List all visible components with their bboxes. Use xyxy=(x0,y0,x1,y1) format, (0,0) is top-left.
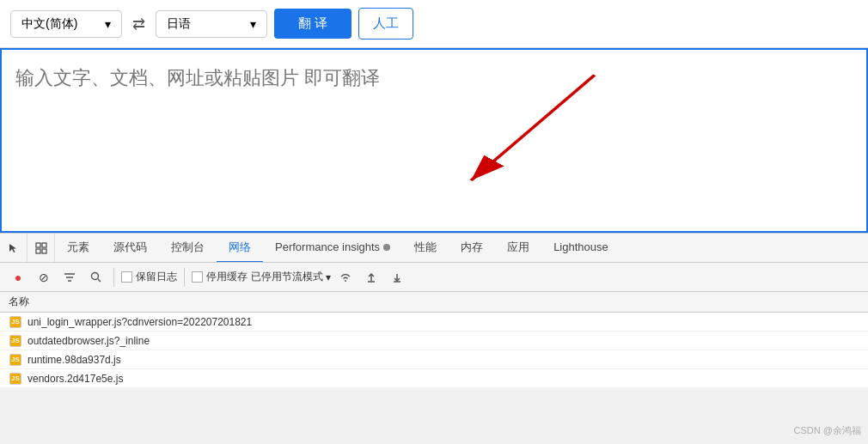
tab-lighthouse[interactable]: Lighthouse xyxy=(541,233,620,263)
manual-translate-button[interactable]: 人工 xyxy=(358,8,413,40)
search-icon xyxy=(90,271,101,283)
name-column-header: 名称 xyxy=(0,292,868,313)
toolbar-separator-2 xyxy=(184,268,185,287)
svg-rect-3 xyxy=(42,243,46,247)
table-row[interactable]: JS runtime.98da937d.js xyxy=(0,350,868,369)
tab-performance-insights[interactable]: Performance insights xyxy=(263,233,402,263)
svg-rect-5 xyxy=(42,249,46,253)
file-type-icon: JS xyxy=(9,334,22,348)
cursor-icon-btn[interactable] xyxy=(0,233,28,263)
preserve-log-label[interactable]: 保留日志 xyxy=(121,270,177,284)
file-list: JS uni_login_wrapper.js?cdnversion=20220… xyxy=(0,313,868,388)
upload-icon xyxy=(366,271,376,283)
throttle-select[interactable]: 已停用节流模式 ▾ xyxy=(251,270,331,284)
filter-button[interactable] xyxy=(58,266,81,289)
file-name: uni_login_wrapper.js?cdnversion=20220720… xyxy=(28,316,252,328)
tab-sources[interactable]: 源代码 xyxy=(101,233,159,263)
swap-languages-button[interactable]: ⇄ xyxy=(129,11,149,37)
wifi-icon-btn[interactable] xyxy=(334,266,357,289)
svg-point-9 xyxy=(91,273,98,280)
target-lang-chevron: ▾ xyxy=(250,17,256,31)
cursor-icon xyxy=(8,242,20,254)
record-button[interactable]: ● xyxy=(7,266,29,289)
download-icon-btn[interactable] xyxy=(386,266,408,289)
svg-rect-4 xyxy=(36,249,40,253)
source-lang-select[interactable]: 中文(简体) ▾ xyxy=(10,10,122,38)
devtools-tabs-bar: 元素 源代码 控制台 网络 Performance insights 性能 内存… xyxy=(0,233,868,263)
translation-input-area xyxy=(0,48,868,233)
inspector-icon-btn[interactable] xyxy=(28,233,55,263)
tab-performance[interactable]: 性能 xyxy=(402,233,449,263)
table-row[interactable]: JS vendors.2d417e5e.js xyxy=(0,369,868,388)
translate-button[interactable]: 翻 译 xyxy=(274,9,351,39)
file-name: outdatedbrowser.js?_inline xyxy=(28,335,150,347)
filter-icon xyxy=(64,272,76,283)
disable-cache-label[interactable]: 停用缓存 xyxy=(192,270,248,284)
tab-network[interactable]: 网络 xyxy=(217,233,263,263)
stop-button[interactable]: ⊘ xyxy=(33,266,55,289)
inspector-icon xyxy=(35,242,47,254)
preserve-log-checkbox[interactable] xyxy=(121,271,132,283)
table-row[interactable]: JS outdatedbrowser.js?_inline xyxy=(0,331,868,350)
tab-application[interactable]: 应用 xyxy=(495,233,541,263)
tab-console[interactable]: 控制台 xyxy=(159,233,217,263)
tab-elements[interactable]: 元素 xyxy=(55,233,101,263)
search-button[interactable] xyxy=(84,266,107,289)
target-lang-label: 日语 xyxy=(167,16,191,32)
svg-rect-2 xyxy=(36,243,40,247)
source-lang-chevron: ▾ xyxy=(105,17,111,31)
wifi-icon xyxy=(339,271,352,283)
file-type-icon: JS xyxy=(9,315,22,329)
file-type-icon: JS xyxy=(9,353,22,367)
table-row[interactable]: JS uni_login_wrapper.js?cdnversion=20220… xyxy=(0,313,868,331)
upload-icon-btn[interactable] xyxy=(360,266,382,289)
translation-textarea[interactable] xyxy=(2,50,866,231)
download-icon xyxy=(392,271,402,283)
file-name: vendors.2d417e5e.js xyxy=(28,373,123,385)
disable-cache-checkbox[interactable] xyxy=(192,271,203,283)
watermark: CSDN @余鸿福 xyxy=(794,424,861,437)
toolbar-separator-1 xyxy=(113,268,114,287)
file-type-icon: JS xyxy=(9,372,22,386)
source-lang-label: 中文(简体) xyxy=(21,16,77,32)
performance-insights-badge xyxy=(383,244,390,251)
tab-memory[interactable]: 内存 xyxy=(449,233,495,263)
throttle-chevron: ▾ xyxy=(326,271,331,283)
svg-line-10 xyxy=(98,279,101,282)
network-toolbar: ● ⊘ 保留日志 停用缓存 已停用节流模式 ▾ xyxy=(0,263,868,292)
target-lang-select[interactable]: 日语 ▾ xyxy=(156,10,267,38)
translation-bar: 中文(简体) ▾ ⇄ 日语 ▾ 翻 译 人工 xyxy=(0,0,868,48)
file-name: runtime.98da937d.js xyxy=(28,354,121,366)
